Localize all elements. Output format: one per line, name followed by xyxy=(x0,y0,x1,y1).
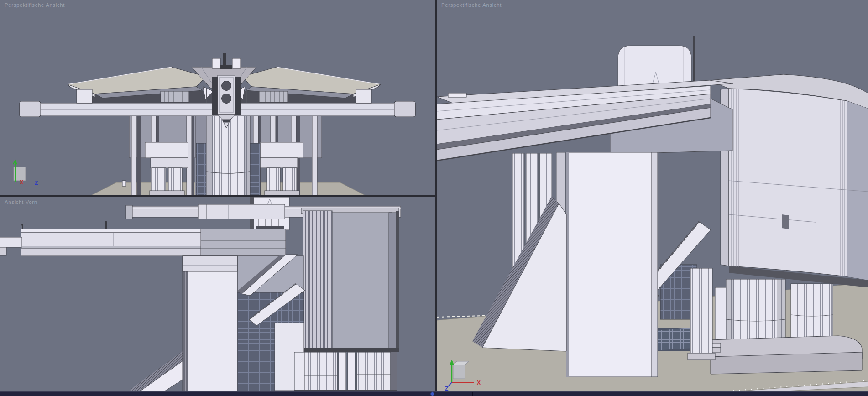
bar-tick xyxy=(472,392,473,396)
central-column xyxy=(183,256,237,392)
viewport-front[interactable]: Ansicht Vorn xyxy=(0,197,435,396)
scene-front-view: Y X Z xyxy=(0,197,435,396)
axis-z-label: Z xyxy=(445,386,448,392)
axis-z-label: Z xyxy=(35,180,38,186)
bottom-bar[interactable] xyxy=(0,391,868,396)
axis-x-label: X xyxy=(477,380,481,386)
scene-perspective-closeup: X Z xyxy=(437,0,868,396)
right-tower xyxy=(301,208,399,352)
viewport-label: Perspektifische Ansicht xyxy=(441,2,502,8)
axis-x-label: X xyxy=(20,179,23,186)
viewport-label: Perspektifische Ansicht xyxy=(5,2,65,8)
viewport-perspective-right[interactable]: Perspektifische Ansicht xyxy=(437,0,868,396)
viewport-splitter-horizontal[interactable] xyxy=(0,195,437,197)
viewport-perspective-left[interactable]: Perspektifische Ansicht xyxy=(0,0,435,195)
scrubber-diamond-icon[interactable] xyxy=(430,392,435,396)
viewport-label: Ansicht Vorn xyxy=(5,199,37,205)
viewport-splitter-vertical[interactable] xyxy=(435,0,437,396)
central-cylinder xyxy=(206,116,250,195)
scene-perspective-overview: X Z xyxy=(0,0,435,195)
central-slab xyxy=(556,152,658,377)
viewport-layout: Perspektifische Ansicht xyxy=(0,0,868,396)
right-tower-box xyxy=(710,74,868,287)
lower-cylinders xyxy=(294,352,397,392)
